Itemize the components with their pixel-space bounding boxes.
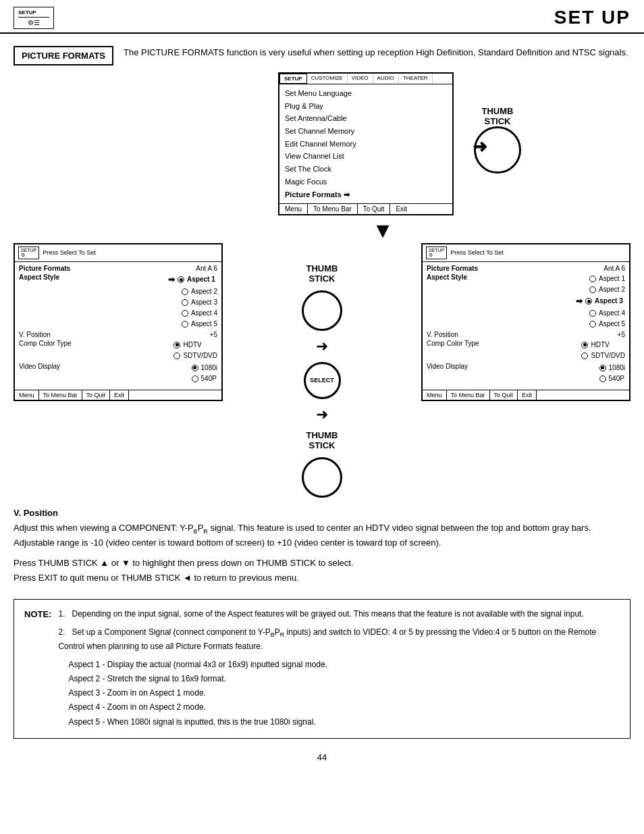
right-aspect-2: Aspect 2 [576,284,625,295]
right-content-area: Picture Formats Ant A 6 Aspect Style Asp… [423,262,629,390]
menu-item-magic: Magic Focus [285,176,447,188]
left-aspect-3-radio [182,299,188,306]
menu-item-edit-channel: Edit Channel Memory [285,138,447,151]
menu-item-channel-mem: Set Channel Memory [285,125,447,138]
footer-exit: Exit [390,204,412,214]
picture-formats-section: PICTURE FORMATS The PICTURE FORMATS func… [0,34,644,72]
right-arrow-to-select: ➜ [316,338,328,355]
left-small-tv: SETUP⚙ Press Select To Set Picture Forma… [14,243,223,401]
right-aspect-2-radio [589,286,596,293]
left-hdtv-radio [173,342,180,348]
footer-to-menu-bar: To Menu Bar [308,204,358,214]
setup-text: SETUP [18,9,49,18]
v-position-title: V. Position [14,508,630,518]
right-1080i-radio [599,365,606,371]
diagram-bottom-section: SETUP⚙ Press Select To Set Picture Forma… [0,243,644,498]
setup-icon-symbol: ⚙☰ [28,19,40,26]
right-aspect-3: ➡ Aspect 3 [576,295,625,308]
right-aspect-label: Aspect Style [427,273,467,330]
left-section: SETUP⚙ Press Select To Set Picture Forma… [7,243,230,401]
right-v-pos-label: V. Position [427,331,458,338]
menu-item-clock: Set The Clock [285,163,447,176]
right-video-label: Video Display [427,363,468,384]
diagram-top-section: SETUP CUSTOMIZE VIDEO AUDIO THEATER Set … [0,72,644,215]
left-aspect-2-radio [182,288,188,295]
tab-theater: THEATER [399,74,433,84]
left-aspect-2: Aspect 2 [168,286,217,297]
left-v-pos-value: +5 [210,331,217,338]
left-sdtv: SDTV/DVD [173,350,217,361]
center-thumb-circle-2 [302,457,342,498]
left-press-text: Press Select To Set [43,249,95,256]
left-aspect-list: ➡ Aspect 1 Aspect 2 Aspect 3 [168,273,217,330]
right-aspect-1: Aspect 1 [576,273,625,284]
left-aspect-1-radio [178,276,184,283]
left-ant-label: Ant A 6 [196,265,217,272]
left-aspect-3-spacer [168,297,179,308]
note-section: NOTE: 1. Depending on the input signal, … [14,599,630,739]
center-section: THUMBSTICK ➜ SELECT ➜ THUMBSTICK [302,243,342,498]
v-position-text: Adjust this when viewing a COMPONENT: Y-… [14,521,630,550]
setup-icon: SETUP ⚙☰ [14,7,54,29]
right-press-text: Press Select To Set [450,249,503,256]
header: SETUP ⚙☰ SET UP [0,0,644,34]
right-setup-mini: SETUP⚙ [426,246,447,259]
left-hdtv-label: HDTV [183,340,201,350]
menu-item-plug: Plug & Play [285,100,447,113]
right-footer-exit: Exit [518,390,537,400]
right-section: SETUP⚙ Press Select To Set Picture Forma… [414,243,637,401]
left-aspect-3: Aspect 3 [168,297,217,308]
right-v-pos-value: +5 [618,331,625,338]
instruction-2: Press EXIT to quit menu or THUMB STICK ◄… [14,571,630,585]
footer-menu: Menu [279,204,308,214]
right-hdtv: HDTV [581,340,609,350]
left-comp-label: Comp Color Type [19,340,72,361]
left-aspect-5-spacer [168,319,179,330]
right-aspect-list: Aspect 1 Aspect 2 ➡ Aspect 3 [576,273,625,330]
right-aspect-3-radio [585,298,592,305]
note-header-row: NOTE: 1. Depending on the input signal, … [24,608,620,730]
top-tv-screen: SETUP CUSTOMIZE VIDEO AUDIO THEATER Set … [278,72,454,215]
right-aspect-header: Aspect Style Aspect 1 Aspect 2 [427,273,625,330]
right-aspect-4-radio [589,310,596,317]
note-number-1: 1. [58,609,70,619]
right-sdtv-label: SDTV/DVD [591,350,625,361]
left-aspect-4-spacer [168,308,179,319]
v-position-section: V. Position Adjust this when viewing a C… [0,498,644,592]
right-aspect-1-spacer [576,273,587,284]
left-footer-to-menu: To Menu Bar [39,390,82,400]
left-sdtv-radio [173,353,180,359]
left-1080i-label: 1080i [201,363,217,373]
left-aspect-3-label: Aspect 3 [191,297,217,308]
left-aspect-4-radio [182,310,188,317]
note-text-2: Set up a Component Signal (connect compo… [58,627,596,651]
instruction-1: Press THUMB STICK ▲ or ▼ to highlight th… [14,556,630,571]
aspect-descriptions: Aspect 1 - Display the actual (normal 4x… [68,658,620,729]
menu-item-antenna: Set Antenna/Cable [285,112,447,125]
right-tv-footer: Menu To Menu Bar To Quit Exit [423,390,629,400]
left-pf-label: Picture Formats [19,265,70,272]
right-aspect-4-spacer [576,308,587,319]
top-thumb-label: THUMBSTICK [482,106,514,126]
aspect-desc-5: Aspect 5 - When 1080i signal is inputted… [68,716,620,729]
left-video-row: Video Display 1080i 540P [19,363,217,384]
center-thumb-label-1: THUMBSTICK [306,263,338,284]
left-comp-options: HDTV SDTV/DVD [173,340,217,361]
top-tv-container: SETUP CUSTOMIZE VIDEO AUDIO THEATER Set … [278,72,454,215]
aspect-desc-3: Aspect 3 - Zoom in on Aspect 1 mode. [68,687,620,700]
note-text-1: Depending on the input signal, some of t… [72,609,583,619]
arrow-to-thumb: ➜ [473,136,487,157]
left-aspect-1: ➡ Aspect 1 [168,273,217,286]
right-aspect-1-radio [589,276,596,282]
right-comp-label: Comp Color Type [427,340,479,361]
select-button[interactable]: SELECT [304,362,341,399]
right-aspect-5-label: Aspect 5 [599,319,625,330]
right-video-row: Video Display 1080i 540P [427,363,625,384]
note-number-2: 2. [58,627,70,637]
left-aspect-1-label: Aspect 1 [187,274,215,285]
left-tv-header: SETUP⚙ Press Select To Set [15,244,221,262]
right-sdtv: SDTV/DVD [581,350,625,361]
center-thumb-label-2: THUMBSTICK [306,430,338,450]
right-aspect-1-label: Aspect 1 [599,273,625,284]
note-item-1: 1. Depending on the input signal, some o… [58,608,620,621]
